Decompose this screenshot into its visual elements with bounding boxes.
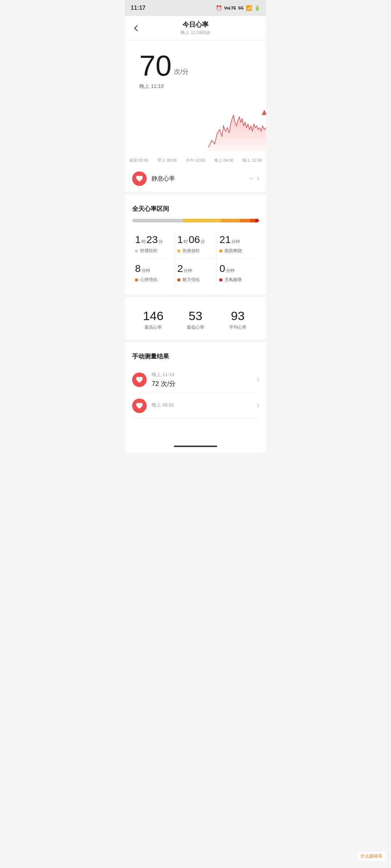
heart-rate-value-row: 70 次/分 <box>132 51 259 80</box>
max-hr-value: 146 <box>132 309 175 323</box>
measurement-info-2: 晚上 06:01 <box>152 402 256 410</box>
bottom-bar <box>125 440 266 452</box>
zone-5-num1: 2 <box>177 263 183 275</box>
separator-1 <box>125 192 266 195</box>
zone-item-1: 1 时 23 分 舒缓轻松 <box>132 230 175 259</box>
zone-4-label: 心肺强化 <box>140 277 157 283</box>
heart-icon <box>135 175 143 183</box>
zone-bar <box>132 219 259 222</box>
chart-label-4: 晚上 06:00 <box>214 158 234 163</box>
rest-hr-label: 静息心率 <box>152 175 249 183</box>
zone-2-num2: 06 <box>189 234 200 246</box>
chevron-right-icon-2 <box>255 404 259 408</box>
rest-hr-icon <box>132 171 147 186</box>
zone-6-unit2: 分钟 <box>226 268 235 274</box>
manual-section: 手动测量结果 晚上 11:13 72 次/分 晚上 06:01 <box>125 345 266 418</box>
zone-6-label: 无氧极限 <box>224 277 242 283</box>
rest-heart-rate-row[interactable]: 静息心率 -- <box>125 166 266 192</box>
home-indicator <box>174 446 217 447</box>
min-hr-label: 最低心率 <box>175 324 217 331</box>
zone-3-dot <box>219 250 222 252</box>
heart-rate-time: 晚上 11:10 <box>132 83 259 90</box>
zone-1-num2: 23 <box>147 234 158 246</box>
zone-1-unit1: 时 <box>142 239 146 245</box>
bottom-spacer <box>125 418 266 440</box>
avg-hr-label: 平均心率 <box>216 324 259 331</box>
zone-2-unit2: 分 <box>201 239 205 245</box>
chart-label-5: 晚上 11:59 <box>243 158 262 163</box>
zone-3-label: 脂肪燃烧 <box>224 248 242 254</box>
min-hr-value: 53 <box>175 309 217 323</box>
zone-4-dot <box>135 278 138 281</box>
measurement-value-1: 72 次/分 <box>152 379 256 388</box>
heart-rate-unit: 次/分 <box>174 67 189 76</box>
zone-item-6: 0 分钟 无氧极限 <box>216 259 259 287</box>
svg-marker-0 <box>262 110 266 115</box>
zone-segment-4 <box>240 219 250 222</box>
zone-3-num1: 21 <box>219 234 231 246</box>
zone-3-unit2: 分钟 <box>231 239 240 245</box>
chart-label-3: 中午 12:00 <box>186 158 205 163</box>
header: 今日心率 晚上 11:16同步 <box>125 16 266 41</box>
stat-avg-hr: 93 平均心率 <box>216 309 259 331</box>
back-arrow-icon <box>134 25 140 31</box>
zone-1-label: 舒缓轻松 <box>140 248 157 254</box>
status-icons: ⏰ VoLTE 5G 📶 🔋 <box>216 5 260 11</box>
page-title: 今日心率 <box>181 20 210 29</box>
zone-item-2: 1 时 06 分 热身放松 <box>175 230 217 259</box>
alarm-icon: ⏰ <box>216 5 222 11</box>
measurement-icon-2 <box>132 399 147 413</box>
zone-item-4: 8 分钟 心肺强化 <box>132 259 175 287</box>
measurement-time-1: 晚上 11:13 <box>152 371 256 378</box>
chart-labels: 凌晨 00:00 早上 06:00 中午 12:00 晚上 06:00 晚上 1… <box>125 156 266 165</box>
zone-segment-1 <box>132 219 183 222</box>
zone-segment-2 <box>183 219 221 222</box>
battery-icon: 🔋 <box>254 5 260 11</box>
5g-icon: 5G <box>238 6 244 10</box>
zone-item-3: 21 分钟 脂肪燃烧 <box>216 230 259 259</box>
zone-section-title: 全天心率区间 <box>132 205 259 213</box>
rest-hr-value: -- <box>249 175 253 182</box>
zone-segment-3 <box>221 219 240 222</box>
header-center: 今日心率 晚上 11:16同步 <box>181 20 210 36</box>
manual-section-title: 手动测量结果 <box>132 352 259 361</box>
zone-item-5: 2 分钟 耐力强化 <box>175 259 217 287</box>
chart-label-1: 凌晨 00:00 <box>129 158 148 163</box>
status-bar: 11:17 ⏰ VoLTE 5G 📶 🔋 <box>125 0 266 16</box>
max-hr-label: 最高心率 <box>132 324 175 331</box>
avg-hr-value: 93 <box>216 309 259 323</box>
separator-2 <box>125 294 266 297</box>
zone-5-unit2: 分钟 <box>184 268 192 274</box>
measurement-item-1[interactable]: 晚上 11:13 72 次/分 <box>132 366 259 393</box>
zone-2-num1: 1 <box>177 234 183 246</box>
main-content: 70 次/分 晚上 11:10 凌晨 00:00 早上 06:00 中午 12:… <box>125 41 266 440</box>
heart-rate-section: 70 次/分 晚上 11:10 <box>125 41 266 93</box>
zone-2-dot <box>177 250 180 252</box>
back-button[interactable] <box>131 22 144 35</box>
zone-1-unit2: 分 <box>159 239 163 245</box>
stats-section: 146 最高心率 53 最低心率 93 平均心率 <box>125 300 266 339</box>
zone-segment-6 <box>255 219 259 222</box>
zone-4-num1: 8 <box>135 263 141 275</box>
zone-2-label: 热身放松 <box>182 248 200 254</box>
heart-icon-2 <box>135 402 143 410</box>
measurement-info-1: 晚上 11:13 72 次/分 <box>152 371 256 388</box>
stat-min-hr: 53 最低心率 <box>175 309 217 331</box>
chart-area: 凌晨 00:00 早上 06:00 中午 12:00 晚上 06:00 晚上 1… <box>125 93 266 166</box>
zone-grid: 1 时 23 分 舒缓轻松 1 时 06 分 <box>132 230 259 287</box>
zone-section: 全天心率区间 1 时 23 分 舒缓轻松 <box>125 197 266 294</box>
zone-1-dot <box>135 250 138 252</box>
measurement-item-2[interactable]: 晚上 06:01 <box>132 393 259 418</box>
heart-rate-value: 70 <box>139 51 172 80</box>
zone-5-label: 耐力强化 <box>182 277 200 283</box>
chevron-right-icon <box>255 176 259 180</box>
zone-5-dot <box>177 278 180 281</box>
measurement-time-2: 晚上 06:01 <box>152 402 256 408</box>
stat-max-hr: 146 最高心率 <box>132 309 175 331</box>
status-time: 11:17 <box>131 5 146 11</box>
volte-icon: VoLTE <box>224 6 236 10</box>
heart-rate-chart <box>125 97 266 155</box>
zone-segment-5 <box>250 219 255 222</box>
sync-time: 晚上 11:16同步 <box>181 30 210 36</box>
chart-label-2: 早上 06:00 <box>157 158 177 163</box>
